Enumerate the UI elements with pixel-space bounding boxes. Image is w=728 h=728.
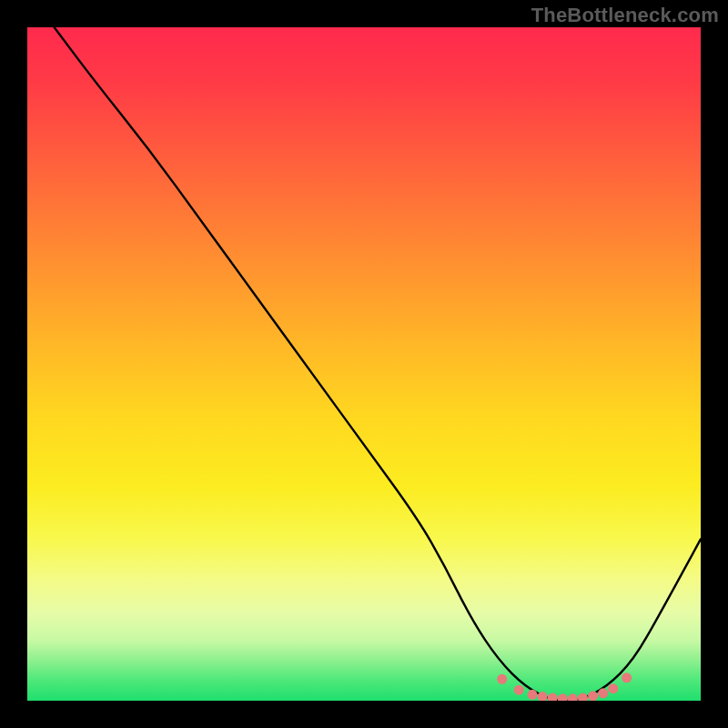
- marker-dot: [528, 690, 538, 700]
- marker-dot: [608, 683, 618, 693]
- marker-dots: [497, 672, 632, 701]
- curve-layer: [27, 27, 701, 701]
- marker-dot: [588, 691, 598, 701]
- marker-dot: [622, 672, 632, 682]
- marker-dot: [514, 685, 524, 695]
- marker-dot: [598, 688, 608, 698]
- marker-dot: [497, 674, 507, 684]
- watermark-text: TheBottleneck.com: [531, 4, 719, 27]
- chart-container: TheBottleneck.com: [0, 0, 728, 728]
- marker-dot: [548, 693, 558, 701]
- marker-dot: [558, 693, 568, 701]
- plot-area: [27, 27, 701, 701]
- bottleneck-curve: [55, 27, 701, 701]
- marker-dot: [578, 693, 588, 701]
- marker-dot: [568, 693, 578, 701]
